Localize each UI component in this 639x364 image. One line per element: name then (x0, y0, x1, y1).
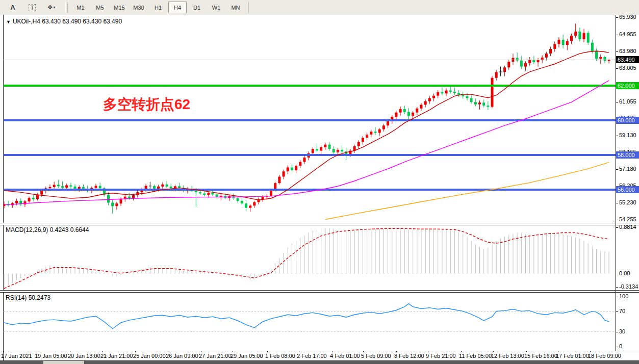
time-tick-mark (363, 351, 364, 352)
time-tick-mark (558, 351, 558, 352)
rsi-panel (4, 304, 616, 332)
ma-fast (4, 51, 609, 200)
price-badge-60.000: 60.000 (616, 117, 639, 124)
tick-mark (616, 169, 618, 170)
price-tick-label: 61.055 (619, 98, 636, 105)
price-tick-label: 63.005 (619, 65, 636, 71)
time-tick-mark (168, 351, 168, 352)
panel-splitter-rsi[interactable] (0, 290, 639, 293)
rsi-indicator-label: RSI(14) 50.2473 (6, 294, 50, 301)
price-tick-label: 63.980 (619, 48, 636, 54)
tick-mark (616, 35, 618, 35)
time-tick-mark (201, 351, 201, 352)
time-label: 5 Feb 09:00 (361, 353, 391, 359)
time-tick-mark (590, 351, 591, 352)
time-label: 9 Feb 21:00 (426, 353, 456, 359)
collapse-triangle-icon[interactable]: ▼ (6, 19, 11, 24)
time-label: 17 Jan 2021 (1, 353, 32, 359)
time-label: 25 Jan 00:00 (133, 353, 166, 359)
time-label: 17 Feb 01:00 (556, 353, 589, 359)
price-axis-line (616, 15, 616, 351)
macd-tick-label: 0.00 (619, 270, 630, 276)
panel-splitter-macd[interactable] (0, 223, 639, 225)
time-tick-mark (135, 351, 136, 352)
time-label: 11 Feb 05:00 (459, 353, 492, 359)
annotation-text[interactable]: 多空转折点62 (103, 95, 190, 114)
time-tick-mark (493, 351, 494, 352)
time-tick-mark (3, 351, 4, 352)
price-badge-58.000: 58.000 (616, 151, 639, 159)
time-tick-mark (267, 351, 268, 352)
time-tick-mark (332, 351, 333, 352)
time-label: 19 Jan 05:00 (35, 353, 67, 359)
macd-panel (4, 227, 609, 290)
rsi-tick-label: 100 (619, 293, 628, 299)
scrollbar-track (43, 361, 84, 364)
tick-mark (616, 311, 618, 312)
price-panel (3, 23, 616, 219)
mt4-window: A T ✥ ▾ M1M5M15M30H1H4D1W1MN ▼UKOil-,H4 … (0, 0, 639, 364)
ohlc-values: 63.430 63.490 63.430 63.490 (42, 18, 122, 25)
macd-tick-label: 0.8814 (619, 224, 636, 230)
chart-plot-area[interactable] (0, 0, 639, 364)
macd-indicator-label: MACD(12,26,9) 0.4243 0.6644 (6, 226, 89, 233)
price-badge-56.000: 56.000 (616, 186, 639, 193)
ma-slow (325, 162, 609, 219)
tick-mark (616, 68, 618, 69)
rsi-tick-label: 70 (619, 308, 625, 314)
tick-mark (616, 136, 618, 136)
time-tick-mark (70, 351, 70, 352)
tick-mark (616, 227, 618, 228)
rsi-tick-label: 0 (619, 343, 622, 349)
price-badge-62.000: 62.000 (616, 82, 639, 89)
time-label: 4 Feb 01:00 (330, 353, 360, 359)
tick-mark (616, 287, 618, 288)
time-label: 1 Feb 08:00 (265, 353, 295, 359)
tick-mark (616, 51, 618, 52)
rsi-tick-label: 30 (619, 328, 625, 334)
tick-mark (616, 347, 618, 347)
time-label: 18 Feb 09:00 (588, 353, 621, 359)
price-tick-label: 57.180 (619, 166, 636, 172)
time-axis-line (0, 351, 639, 351)
time-tick-mark (233, 351, 233, 352)
tick-mark (616, 203, 618, 203)
time-label: 21 Jan 21:00 (100, 353, 133, 359)
macd-tick-label: -0.3134 (619, 283, 638, 290)
price-tick-label: 65.930 (619, 14, 636, 20)
time-label: 2 Feb 17:00 (297, 353, 327, 359)
time-label: 20 Jan 13:00 (68, 353, 100, 359)
time-tick-mark (396, 351, 397, 352)
time-label: 29 Jan 05:00 (231, 353, 263, 359)
tick-mark (616, 17, 618, 18)
tick-mark (616, 297, 618, 297)
time-tick-mark (103, 351, 103, 352)
time-label: 27 Jan 21:00 (199, 353, 232, 359)
tick-mark (616, 102, 618, 102)
time-tick-mark (299, 351, 299, 352)
tick-mark (616, 332, 618, 332)
time-label: 26 Jan 09:00 (166, 353, 198, 359)
time-tick-mark (37, 351, 37, 352)
time-tick-mark (428, 351, 428, 352)
time-tick-mark (526, 351, 527, 352)
tick-mark (616, 274, 618, 274)
price-tick-label: 59.130 (619, 132, 636, 138)
horizontal-scrollbar[interactable] (0, 361, 639, 364)
time-label: 12 Feb 13:00 (491, 353, 524, 359)
price-tick-label: 54.255 (619, 216, 636, 222)
time-tick-mark (461, 351, 462, 352)
chart-title: ▼UKOil-,H4 63.430 63.490 63.430 63.490 (6, 18, 122, 25)
price-tick-label: 64.955 (619, 31, 636, 37)
time-label: 15 Feb 16:00 (524, 353, 557, 359)
price-badge-63.490: 63.490 (616, 56, 639, 63)
time-label: 8 Feb 12:00 (394, 353, 424, 359)
price-tick-label: 55.230 (619, 199, 636, 205)
tick-mark (616, 220, 618, 220)
symbol-period-label: UKOil-,H4 (13, 18, 40, 25)
